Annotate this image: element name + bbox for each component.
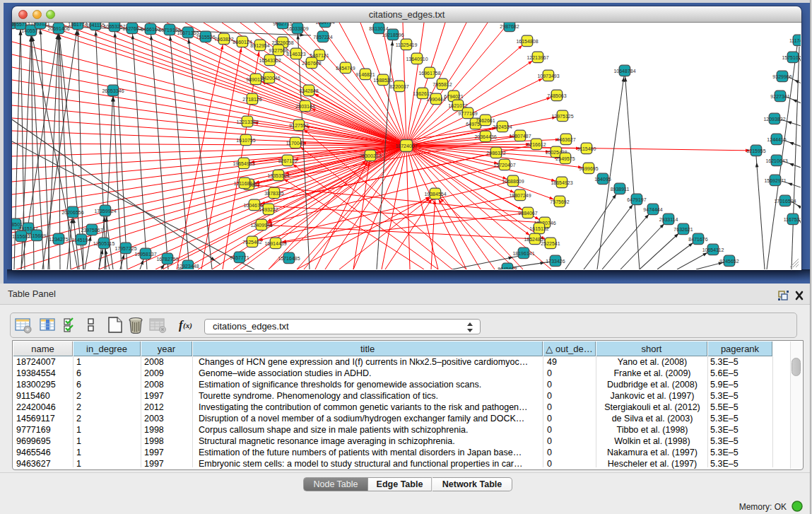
svg-text:1493222: 1493222 [259, 207, 278, 212]
svg-text:9890121: 9890121 [246, 77, 265, 82]
svg-text:1588520: 1588520 [373, 78, 392, 83]
svg-text:9115460: 9115460 [577, 146, 596, 151]
svg-text:3024534: 3024534 [493, 124, 512, 129]
svg-text:20691406: 20691406 [47, 26, 69, 31]
svg-text:7485063: 7485063 [547, 93, 566, 98]
svg-text:15751074: 15751074 [782, 55, 801, 60]
svg-text:26053346: 26053346 [102, 88, 124, 93]
svg-text:12923448: 12923448 [177, 264, 199, 269]
svg-text:10688609: 10688609 [502, 179, 524, 184]
svg-text:16914439: 16914439 [264, 241, 286, 246]
svg-text:12505115: 12505115 [93, 241, 115, 246]
svg-text:12213967: 12213967 [526, 55, 548, 60]
svg-text:8146323: 8146323 [286, 52, 305, 57]
svg-text:7625402: 7625402 [242, 240, 261, 245]
svg-text:7857224: 7857224 [313, 35, 332, 40]
svg-text:2367608: 2367608 [302, 61, 321, 66]
svg-text:7955812: 7955812 [433, 82, 452, 87]
svg-text:1990444: 1990444 [426, 97, 445, 102]
svg-text:16543362: 16543362 [259, 58, 281, 63]
svg-text:17016504: 17016504 [774, 199, 796, 204]
svg-text:9327508: 9327508 [269, 48, 288, 53]
svg-text:9146821: 9146821 [355, 72, 375, 77]
svg-text:10973493: 10973493 [537, 74, 559, 78]
svg-text:164095: 164095 [594, 177, 611, 182]
svg-text:2986322: 2986322 [486, 151, 505, 156]
svg-text:1244415: 1244415 [767, 137, 786, 142]
svg-text:18196141: 18196141 [512, 251, 534, 256]
svg-text:16782759: 16782759 [156, 257, 178, 262]
svg-text:20364436: 20364436 [474, 134, 496, 139]
svg-text:1167531: 1167531 [784, 217, 801, 222]
svg-text:7632621: 7632621 [673, 227, 693, 232]
svg-text:19218596: 19218596 [382, 33, 404, 37]
svg-text:1610755: 1610755 [236, 138, 255, 143]
svg-text:9329966: 9329966 [772, 74, 792, 79]
svg-text:10654112: 10654112 [702, 247, 724, 252]
svg-text:9245652: 9245652 [719, 259, 739, 264]
svg-text:1362615: 1362615 [413, 91, 432, 96]
svg-text:23226058: 23226058 [271, 40, 293, 45]
svg-text:15720407: 15720407 [493, 163, 515, 168]
svg-text:18724007: 18724007 [395, 144, 417, 148]
svg-text:1234275: 1234275 [49, 237, 68, 242]
svg-text:19654983: 19654983 [233, 161, 254, 166]
svg-text:13640910: 13640910 [406, 57, 428, 62]
svg-text:17957225: 17957225 [114, 246, 136, 251]
svg-text:2987682: 2987682 [500, 24, 519, 29]
svg-text:12409948: 12409948 [250, 223, 272, 228]
svg-text:(x): (x) [183, 321, 192, 330]
svg-text:7575692: 7575692 [550, 199, 569, 204]
svg-text:17359924: 17359924 [94, 209, 116, 214]
svg-text:12093822: 12093822 [763, 117, 785, 122]
svg-text:11325419: 11325419 [396, 42, 418, 47]
svg-text:18807249: 18807249 [509, 193, 531, 198]
svg-text:9227341: 9227341 [770, 94, 789, 99]
svg-text:8215955: 8215955 [746, 148, 765, 153]
svg-text:8220037: 8220037 [389, 84, 408, 89]
svg-text:12975125: 12975125 [551, 114, 573, 119]
svg-text:25300213: 25300213 [359, 153, 381, 158]
svg-text:15716485: 15716485 [278, 256, 300, 261]
svg-text:1615132: 1615132 [529, 226, 548, 231]
svg-text:8912954: 8912954 [250, 43, 269, 48]
svg-text:1861774: 1861774 [68, 23, 87, 27]
svg-text:9884067: 9884067 [518, 211, 537, 216]
svg-text:13353594: 13353594 [267, 173, 289, 178]
svg-text:12213389: 12213389 [236, 119, 258, 124]
svg-text:7663822: 7663822 [214, 37, 233, 42]
svg-text:23975867: 23975867 [81, 228, 102, 233]
svg-text:2522541: 2522541 [541, 241, 560, 246]
svg-text:16154808: 16154808 [516, 39, 538, 44]
svg-text:9777169: 9777169 [458, 111, 477, 116]
svg-text:16961758: 16961758 [418, 71, 440, 76]
svg-text:18654923: 18654923 [551, 180, 572, 185]
svg-text:20206556: 20206556 [61, 210, 83, 215]
svg-text:2718126: 2718126 [242, 97, 261, 102]
svg-text:19958137: 19958137 [134, 252, 156, 257]
svg-text:10807487: 10807487 [509, 134, 531, 139]
svg-text:9699695: 9699695 [579, 166, 598, 171]
svg-text:1527602: 1527602 [122, 26, 141, 31]
svg-text:9474444: 9474444 [643, 207, 662, 212]
svg-text:6794021: 6794021 [444, 94, 463, 99]
svg-text:16033809: 16033809 [286, 26, 308, 31]
svg-text:10648784: 10648784 [613, 69, 635, 74]
svg-text:2342848: 2342848 [299, 88, 318, 93]
svg-text:9657771: 9657771 [230, 255, 249, 260]
svg-text:2803144: 2803144 [295, 104, 314, 109]
svg-text:1664794: 1664794 [315, 23, 334, 25]
svg-text:3878335: 3878335 [264, 191, 283, 196]
svg-text:1115689: 1115689 [28, 233, 46, 238]
svg-text:2933114: 2933114 [659, 217, 678, 222]
svg-text:1170041: 1170041 [286, 141, 305, 146]
svg-text:7462661: 7462661 [476, 118, 495, 123]
svg-text:8454749: 8454749 [336, 66, 355, 71]
svg-text:1145194: 1145194 [72, 238, 91, 243]
svg-text:6216612: 6216612 [526, 142, 546, 147]
svg-text:1041115: 1041115 [86, 23, 105, 28]
svg-text:9245603: 9245603 [498, 267, 517, 269]
svg-text:8660124: 8660124 [233, 40, 252, 45]
svg-text:6479197: 6479197 [627, 197, 646, 202]
svg-text:7515526: 7515526 [196, 35, 215, 40]
